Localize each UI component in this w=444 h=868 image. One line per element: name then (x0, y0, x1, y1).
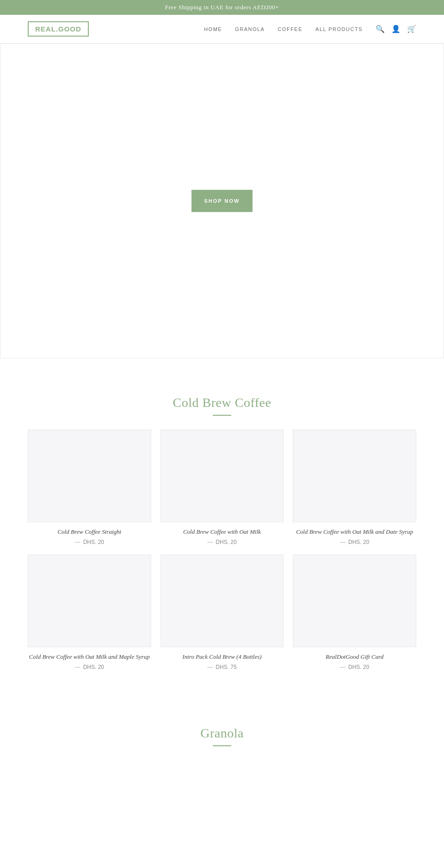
price-dash-2: — (207, 538, 213, 545)
nav-all-products[interactable]: ALL PRODUCTS (315, 26, 363, 32)
search-icon[interactable]: 🔍 (376, 25, 385, 33)
product-price-1: DHS. 20 (83, 539, 104, 545)
product-card-2[interactable]: Cold Brew Coffee with Oat Milk — DHS. 20 (160, 430, 284, 545)
product-name-1: Cold Brew Coffee Straight (28, 528, 151, 536)
product-name-4: Cold Brew Coffee with Oat Milk and Maple… (28, 653, 151, 661)
product-price-line-1: — DHS. 20 (28, 538, 151, 545)
product-price-line-6: — DHS. 20 (293, 663, 416, 670)
nav-icons: 🔍 👤 🛒 (376, 25, 416, 33)
product-card-1[interactable]: Cold Brew Coffee Straight — DHS. 20 (28, 430, 151, 545)
nav-home[interactable]: HOME (204, 26, 222, 32)
header: REAL.GOOD HOME GRANOLA COFFEE ALL PRODUC… (0, 15, 444, 44)
navigation: HOME GRANOLA COFFEE ALL PRODUCTS 🔍 👤 🛒 (204, 25, 416, 33)
product-price-line-2: — DHS. 20 (160, 538, 284, 545)
price-dash-4: — (75, 663, 80, 670)
product-card-5[interactable]: Intro Pack Cold Brew (4 Bottles) — DHS. … (160, 555, 284, 670)
hero-section: SHOP NOW (0, 44, 444, 358)
product-card-3[interactable]: Cold Brew Coffee with Oat Milk and Date … (293, 430, 416, 545)
account-icon[interactable]: 👤 (391, 25, 401, 33)
product-price-4: DHS. 20 (83, 664, 104, 670)
product-price-line-5: — DHS. 75 (160, 663, 284, 670)
product-image-2 (160, 430, 284, 522)
product-price-5: DHS. 75 (216, 664, 236, 670)
cart-icon[interactable]: 🛒 (407, 25, 416, 33)
announcement-text: Free Shipping in UAE for orders AED200+ (165, 4, 279, 11)
granola-title: Granola (28, 726, 416, 741)
nav-coffee[interactable]: COFFEE (278, 26, 302, 32)
product-image-5 (160, 555, 284, 647)
product-image-4 (28, 555, 151, 647)
product-price-3: DHS. 20 (348, 539, 369, 545)
nav-granola[interactable]: GRANOLA (235, 26, 265, 32)
price-dash-6: — (340, 663, 345, 670)
price-dash-3: — (340, 538, 345, 545)
product-name-5: Intro Pack Cold Brew (4 Bottles) (160, 653, 284, 661)
product-card-4[interactable]: Cold Brew Coffee with Oat Milk and Maple… (28, 555, 151, 670)
product-price-6: DHS. 20 (348, 664, 369, 670)
granola-divider (213, 745, 231, 746)
product-image-3 (293, 430, 416, 522)
logo[interactable]: REAL.GOOD (28, 21, 89, 37)
price-dash-1: — (75, 538, 80, 545)
price-dash-5: — (207, 663, 213, 670)
shop-now-button[interactable]: SHOP NOW (191, 190, 253, 212)
product-card-6[interactable]: RealDotGood Gift Card — DHS. 20 (293, 555, 416, 670)
product-image-6 (293, 555, 416, 647)
cold-brew-section: Cold Brew Coffee Cold Brew Coffee Straig… (0, 372, 444, 689)
product-image-1 (28, 430, 151, 522)
product-name-6: RealDotGood Gift Card (293, 653, 416, 661)
product-price-2: DHS. 20 (216, 539, 236, 545)
cold-brew-title: Cold Brew Coffee (28, 395, 416, 410)
granola-section: Granola (0, 703, 444, 765)
product-name-3: Cold Brew Coffee with Oat Milk and Date … (293, 528, 416, 536)
cold-brew-divider (213, 415, 231, 416)
cold-brew-product-grid: Cold Brew Coffee Straight — DHS. 20 Cold… (28, 430, 416, 670)
product-name-2: Cold Brew Coffee with Oat Milk (160, 528, 284, 536)
product-price-line-4: — DHS. 20 (28, 663, 151, 670)
announcement-bar: Free Shipping in UAE for orders AED200+ (0, 0, 444, 15)
product-price-line-3: — DHS. 20 (293, 538, 416, 545)
